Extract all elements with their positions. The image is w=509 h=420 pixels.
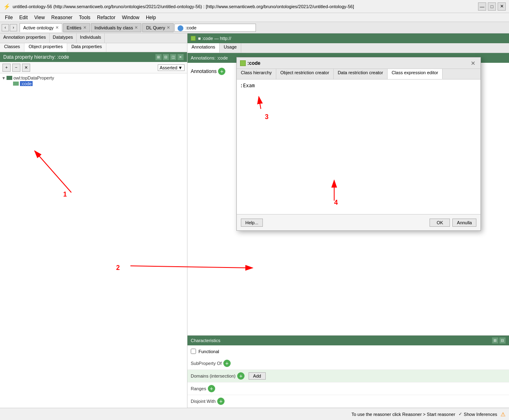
subproperty-label: SubProperty Of bbox=[191, 361, 222, 366]
dialog-tab-class-expression[interactable]: Class expression editor bbox=[388, 69, 443, 79]
add-annotation-button[interactable]: + bbox=[218, 68, 225, 75]
dialog-tab-object-restriction[interactable]: Object restriction creator bbox=[276, 69, 334, 79]
ann-tab-usage[interactable]: Usage bbox=[220, 43, 241, 53]
dialog-title-bar: :code ✕ bbox=[237, 57, 480, 69]
menu-refactor[interactable]: Refactor bbox=[94, 14, 119, 21]
tab-dl-query[interactable]: DL Query ✕ bbox=[142, 23, 174, 32]
toolbar-add-button[interactable]: + bbox=[2, 64, 11, 72]
hierarchy-toolbar: + − ✕ Asserted ▼ bbox=[0, 62, 187, 73]
menu-file[interactable]: File bbox=[2, 14, 16, 21]
entity-tab-individuals[interactable]: Individuals bbox=[77, 33, 105, 43]
dialog-tab-class-hierarchy[interactable]: Class hierarchy bbox=[237, 69, 276, 79]
breadcrumb: ⬤ :code bbox=[174, 24, 256, 32]
nav-arrows: ‹ › bbox=[2, 24, 17, 31]
nav-forward-button[interactable]: › bbox=[10, 24, 17, 31]
title-bar: ⚡ untitled-ontology-56 (http://www.seman… bbox=[0, 0, 509, 13]
help-button[interactable]: Help... bbox=[241, 219, 263, 227]
dialog-close-button[interactable]: ✕ bbox=[469, 59, 477, 67]
hierarchy-icon-3[interactable]: ◫ bbox=[170, 54, 176, 60]
tree-label-code: :code bbox=[20, 81, 33, 86]
tab-close-active-ontology[interactable]: ✕ bbox=[55, 25, 59, 30]
entity-tab-datatypes[interactable]: Datatypes bbox=[50, 33, 77, 43]
toolbar-remove-button[interactable]: − bbox=[12, 64, 20, 72]
menu-help[interactable]: Help bbox=[143, 14, 159, 21]
annotations-spacer bbox=[187, 229, 509, 335]
menu-edit[interactable]: Edit bbox=[16, 14, 31, 21]
tab-individuals-by-class[interactable]: Individuals by class ✕ bbox=[91, 23, 142, 32]
ranges-add-button[interactable]: + bbox=[208, 385, 215, 392]
toolbar-delete-button[interactable]: ✕ bbox=[22, 64, 30, 72]
class-expression-input[interactable] bbox=[240, 83, 477, 209]
window-title: untitled-ontology-56 (http://www.semanti… bbox=[13, 4, 478, 9]
maximize-button[interactable]: □ bbox=[488, 2, 496, 11]
hierarchy-icon-1[interactable]: ⊞ bbox=[155, 54, 162, 60]
property-sub-tabs: Classes Object properties Data propertie… bbox=[0, 43, 187, 52]
char-icon-1[interactable]: ⊞ bbox=[492, 337, 498, 344]
cancel-button[interactable]: Annulla bbox=[452, 219, 476, 227]
domains-add-button[interactable]: + bbox=[237, 372, 245, 380]
sub-tab-object-properties[interactable]: Object properties bbox=[24, 43, 67, 52]
ranges-section: Ranges + bbox=[187, 382, 509, 395]
tab-close-dl-query[interactable]: ✕ bbox=[167, 25, 170, 30]
ranges-label: Ranges bbox=[191, 386, 206, 391]
tab-entities[interactable]: Entities ✕ bbox=[63, 23, 90, 32]
close-button[interactable]: ✕ bbox=[498, 2, 506, 11]
annotations-title: Annotations: :code bbox=[191, 55, 228, 60]
tree-item-code[interactable]: :code bbox=[8, 81, 185, 86]
subproperty-header: SubProperty Of + bbox=[191, 358, 506, 368]
subproperty-add-button[interactable]: + bbox=[223, 360, 231, 367]
class-expression-dialog: :code ✕ Class hierarchy Object restricti… bbox=[236, 57, 481, 231]
characteristics-title: Characteristics bbox=[191, 338, 220, 343]
disjoint-section: Disjoint With + bbox=[187, 395, 509, 408]
annotations-label: Annotations bbox=[191, 69, 216, 74]
ok-button[interactable]: OK bbox=[430, 219, 450, 227]
dialog-tab-data-restriction[interactable]: Data restriction creator bbox=[334, 69, 388, 79]
disjoint-add-button[interactable]: + bbox=[217, 398, 225, 405]
warning-icon: ⚠ bbox=[500, 411, 506, 418]
minimize-button[interactable]: — bbox=[478, 2, 486, 11]
functional-checkbox[interactable] bbox=[191, 349, 196, 354]
annotation-header-bar: ■ :code — http:// bbox=[187, 33, 509, 43]
dialog-tabs: Class hierarchy Object restriction creat… bbox=[237, 69, 480, 80]
tree-item-top-data-property[interactable]: ▼ owl:topDataProperty bbox=[2, 75, 185, 81]
functional-label: Functional bbox=[198, 349, 219, 354]
dialog-editor bbox=[237, 80, 480, 214]
characteristics-icons: ⊞ ⊟ bbox=[492, 337, 506, 344]
menu-tools[interactable]: Tools bbox=[76, 14, 94, 21]
menu-bar: File Edit View Reasoner Tools Refactor W… bbox=[0, 13, 509, 22]
sub-tab-classes[interactable]: Classes bbox=[0, 43, 24, 52]
show-inferences-label[interactable]: Show Inferences bbox=[464, 412, 497, 417]
menu-window[interactable]: Window bbox=[119, 14, 143, 21]
domains-header: Domains (intersection) + Add bbox=[191, 371, 506, 381]
characteristics-section: Characteristics ⊞ ⊟ Functional bbox=[187, 335, 509, 357]
char-icon-2[interactable]: ⊟ bbox=[499, 337, 506, 344]
tab-active-ontology[interactable]: Active ontology ✕ bbox=[20, 23, 62, 32]
left-panel: Annotation properties Datatypes Individu… bbox=[0, 33, 187, 408]
asserted-dropdown[interactable]: Asserted ▼ bbox=[158, 64, 185, 71]
sub-tab-data-properties[interactable]: Data properties bbox=[67, 43, 106, 52]
add-domain-button[interactable]: Add bbox=[249, 372, 266, 380]
nav-back-button[interactable]: ‹ bbox=[2, 24, 9, 31]
entity-tabs: Annotation properties Datatypes Individu… bbox=[0, 33, 187, 43]
annotation-tabs: Annotations Usage bbox=[187, 43, 509, 53]
menu-view[interactable]: View bbox=[31, 14, 48, 21]
domains-section: Domains (intersection) + Add bbox=[187, 370, 509, 382]
hierarchy-icon-2[interactable]: ⊟ bbox=[163, 54, 169, 60]
menu-reasoner[interactable]: Reasoner bbox=[48, 14, 76, 21]
characteristics-header: Characteristics ⊞ ⊟ bbox=[187, 336, 509, 345]
status-bar: To use the reasoner click Reasoner > Sta… bbox=[0, 408, 509, 420]
ann-tab-annotations[interactable]: Annotations bbox=[187, 43, 220, 53]
reasoner-hint: To use the reasoner click Reasoner > Sta… bbox=[351, 412, 455, 417]
dialog-title: :code bbox=[240, 60, 260, 66]
hierarchy-icon-4[interactable]: ✕ bbox=[177, 54, 184, 60]
tab-close-entities[interactable]: ✕ bbox=[83, 25, 86, 30]
app-icon: ⚡ bbox=[3, 3, 10, 10]
disjoint-header: Disjoint With + bbox=[191, 396, 506, 406]
disjoint-label: Disjoint With bbox=[191, 399, 216, 404]
functional-checkbox-row: Functional bbox=[191, 348, 506, 355]
tab-close-individuals[interactable]: ✕ bbox=[134, 25, 138, 30]
dialog-action-buttons: OK Annulla bbox=[430, 219, 476, 227]
hierarchy-header-icons: ⊞ ⊟ ◫ ✕ bbox=[155, 54, 184, 60]
tree-icon-code bbox=[13, 82, 19, 86]
entity-tab-annotation-properties[interactable]: Annotation properties bbox=[0, 33, 50, 43]
